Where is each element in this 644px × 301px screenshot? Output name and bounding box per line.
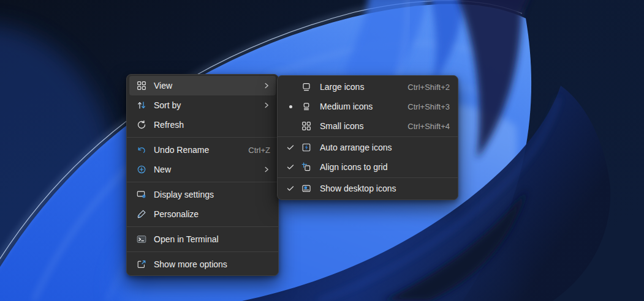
checkmark-icon [286, 143, 295, 152]
terminal-icon [135, 233, 148, 245]
menu-item-display-settings[interactable]: Display settings [129, 185, 276, 204]
menu-item-open-in-terminal[interactable]: Open in Terminal [129, 229, 276, 249]
menu-item-label: Show desktop icons [320, 184, 396, 193]
submenu-item-auto-arrange-icons[interactable]: Auto arrange icons [280, 138, 455, 157]
menu-item-shortcut: Ctrl+Shift+2 [400, 83, 450, 92]
menu-item-label: Large icons [320, 82, 364, 92]
menu-item-label: Refresh [154, 120, 184, 130]
chevron-right-icon [263, 166, 270, 173]
menu-separator [127, 137, 278, 138]
context-menu: View Sort by [126, 74, 279, 276]
align-to-grid-icon [300, 161, 313, 173]
radio-selected-indicator [286, 105, 295, 108]
auto-arrange-icon [300, 141, 313, 154]
chevron-right-icon [263, 102, 270, 109]
display-settings-icon [135, 188, 148, 201]
submenu-item-large-icons[interactable]: Large icons Ctrl+Shift+2 [280, 77, 455, 97]
menu-item-label: View [154, 81, 172, 91]
menu-item-label: Auto arrange icons [320, 143, 392, 152]
submenu-item-small-icons[interactable]: Small icons Ctrl+Shift+4 [280, 116, 455, 136]
large-icons-icon [300, 81, 313, 93]
chevron-right-icon [263, 82, 270, 89]
menu-item-sort-by[interactable]: Sort by [129, 95, 276, 115]
menu-separator [127, 251, 278, 252]
menu-item-label: Align icons to grid [320, 162, 388, 172]
show-desktop-icons-icon [300, 182, 313, 195]
menu-item-label: Open in Terminal [154, 234, 219, 244]
menu-item-view[interactable]: View [129, 76, 276, 95]
checkmark-icon [286, 163, 295, 171]
menu-item-shortcut: Ctrl+Shift+3 [400, 102, 450, 111]
menu-separator [127, 226, 278, 227]
submenu-item-align-icons-to-grid[interactable]: Align icons to grid [280, 157, 455, 177]
personalize-brush-icon [135, 208, 148, 220]
undo-icon [135, 144, 148, 156]
menu-item-refresh[interactable]: Refresh [129, 115, 276, 135]
show-more-options-icon [135, 258, 148, 270]
submenu-item-show-desktop-icons[interactable]: Show desktop icons [280, 179, 455, 198]
menu-separator [278, 136, 458, 137]
menu-item-undo-rename[interactable]: Undo Rename Ctrl+Z [129, 140, 276, 160]
menu-separator [278, 177, 458, 178]
menu-item-shortcut: Ctrl+Shift+4 [400, 122, 450, 131]
menu-item-new[interactable]: New [129, 160, 276, 179]
sort-arrows-icon [135, 99, 148, 111]
desktop: View Sort by [0, 0, 644, 301]
small-icons-icon [300, 120, 313, 132]
menu-item-label: Undo Rename [154, 145, 209, 155]
radio-dot-icon [289, 105, 292, 108]
menu-item-label: Small icons [320, 121, 364, 131]
refresh-icon [135, 119, 148, 131]
new-plus-icon [135, 163, 148, 176]
menu-item-label: Personalize [154, 209, 199, 219]
menu-item-label: Sort by [154, 100, 181, 110]
view-grid-icon [135, 80, 148, 92]
menu-item-label: Show more options [154, 259, 227, 269]
menu-separator [127, 182, 278, 182]
submenu-item-medium-icons[interactable]: Medium icons Ctrl+Shift+3 [280, 97, 455, 116]
view-submenu: Large icons Ctrl+Shift+2 Medium icons Ct… [277, 75, 458, 200]
menu-item-label: New [154, 165, 171, 174]
menu-item-label: Display settings [154, 190, 214, 199]
menu-item-personalize[interactable]: Personalize [129, 204, 276, 224]
menu-item-shortcut: Ctrl+Z [241, 146, 270, 155]
menu-item-label: Medium icons [320, 102, 373, 111]
medium-icons-icon [300, 100, 313, 113]
checkmark-icon [286, 184, 295, 193]
menu-item-show-more-options[interactable]: Show more options [129, 255, 276, 274]
